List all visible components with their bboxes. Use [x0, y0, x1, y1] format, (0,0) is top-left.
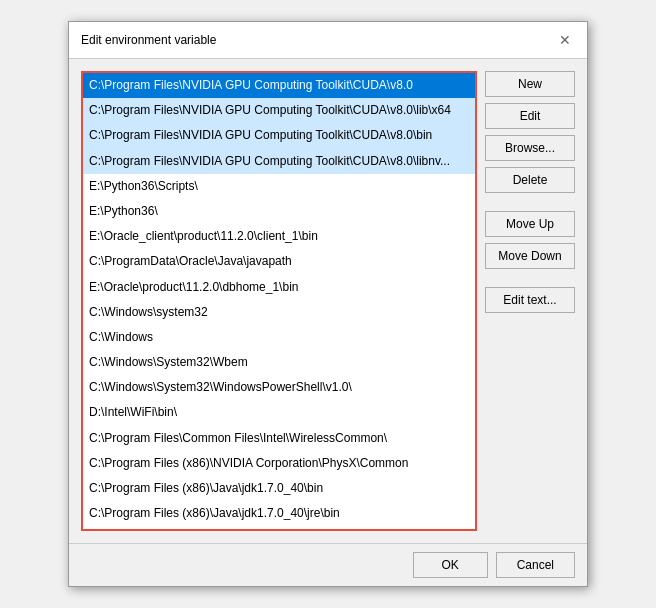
delete-button[interactable]: Delete — [485, 167, 575, 193]
close-button[interactable]: ✕ — [555, 30, 575, 50]
list-wrapper: C:\Program Files\NVIDIA GPU Computing To… — [81, 71, 477, 531]
move-up-button[interactable]: Move Up — [485, 211, 575, 237]
list-item[interactable]: C:\Windows\system32 — [83, 300, 475, 325]
list-item[interactable]: C:\Program Files\NVIDIA GPU Computing To… — [83, 123, 475, 148]
ok-button[interactable]: OK — [413, 552, 488, 578]
list-item[interactable]: E:\Python36\Scripts\ — [83, 174, 475, 199]
list-item[interactable]: E:\Oracle\product\11.2.0\dbhome_1\bin — [83, 275, 475, 300]
dialog-title: Edit environment variable — [81, 33, 216, 47]
list-item[interactable]: C:\Program Files\NVIDIA GPU Computing To… — [83, 149, 475, 174]
list-item[interactable]: C:\Windows\System32\WindowsPowerShell\v1… — [83, 375, 475, 400]
edit-text-button[interactable]: Edit text... — [485, 287, 575, 313]
buttons-panel: New Edit Browse... Delete Move Up Move D… — [485, 71, 575, 531]
list-item[interactable]: C:\Windows\System32\Wbem — [83, 350, 475, 375]
new-button[interactable]: New — [485, 71, 575, 97]
browse-button[interactable]: Browse... — [485, 135, 575, 161]
list-item[interactable]: C:\Program Files (x86)\NVIDIA Corporatio… — [83, 451, 475, 476]
list-item[interactable]: E:\Oracle_client\product\11.2.0\client_1… — [83, 224, 475, 249]
content-area: C:\Program Files\NVIDIA GPU Computing To… — [69, 59, 587, 543]
footer: OK Cancel — [69, 543, 587, 586]
list-item[interactable]: C:\Program Files (x86)\Java\jdk1.7.0_40\… — [83, 476, 475, 501]
list-item[interactable]: C:\ProgramData\Oracle\Java\javapath — [83, 249, 475, 274]
list-item[interactable]: C:\Program Files\NVIDIA GPU Computing To… — [83, 73, 475, 98]
list-item[interactable]: C:\Windows — [83, 325, 475, 350]
title-bar: Edit environment variable ✕ — [69, 22, 587, 59]
list-item[interactable]: E:\Python36\ — [83, 199, 475, 224]
env-var-list[interactable]: C:\Program Files\NVIDIA GPU Computing To… — [81, 71, 477, 531]
list-item[interactable]: C:\Program Files\NVIDIA GPU Computing To… — [83, 98, 475, 123]
dialog: Edit environment variable ✕ C:\Program F… — [68, 21, 588, 587]
list-item[interactable]: E:\cvsnt — [83, 526, 475, 531]
list-item[interactable]: D:\Intel\WiFi\bin\ — [83, 400, 475, 425]
cancel-button[interactable]: Cancel — [496, 552, 575, 578]
edit-button[interactable]: Edit — [485, 103, 575, 129]
list-item[interactable]: C:\Program Files (x86)\Java\jdk1.7.0_40\… — [83, 501, 475, 526]
list-item[interactable]: C:\Program Files\Common Files\Intel\Wire… — [83, 426, 475, 451]
move-down-button[interactable]: Move Down — [485, 243, 575, 269]
